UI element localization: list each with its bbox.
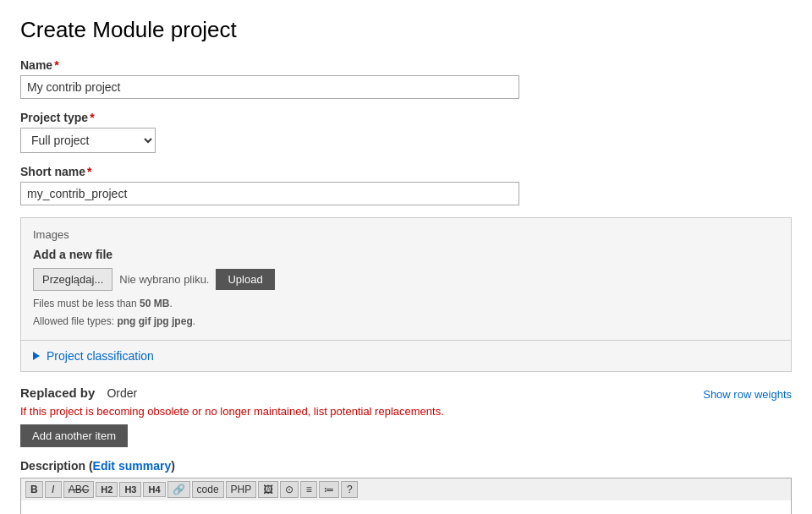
- short-name-label: Short name*: [20, 165, 792, 178]
- file-size-hint: Files must be less than 50 MB.: [33, 296, 779, 312]
- project-classification-label: Project classification: [47, 349, 154, 363]
- toolbar-code-button[interactable]: code: [192, 481, 224, 498]
- description-label: Description (Edit summary): [20, 459, 792, 473]
- toolbar-help-button[interactable]: ?: [341, 481, 358, 498]
- toolbar-bold-button[interactable]: B: [25, 481, 43, 498]
- toolbar-image-button[interactable]: 🖼: [258, 481, 278, 498]
- description-toolbar: B I ABC H2 H3 H4 🔗 code PHP 🖼 ⊙ ≡ ≔ ?: [20, 478, 792, 500]
- toolbar-php-button[interactable]: PHP: [226, 481, 257, 498]
- order-label: Order: [107, 386, 137, 400]
- add-another-item-button[interactable]: Add another item: [20, 424, 128, 447]
- toolbar-h4-button[interactable]: H4: [143, 482, 165, 497]
- toolbar-strikethrough-button[interactable]: ABC: [63, 481, 95, 498]
- replaced-by-header: Replaced by Order: [20, 386, 137, 400]
- page-title: Create Module project: [20, 17, 792, 43]
- short-name-field-group: Short name*: [20, 165, 792, 205]
- browse-button[interactable]: Przeglądaj...: [33, 268, 112, 291]
- no-file-chosen-text: Nie wybrano pliku.: [119, 273, 209, 286]
- toolbar-ol-button[interactable]: ≔: [319, 481, 339, 498]
- name-input[interactable]: [20, 75, 519, 99]
- short-name-input[interactable]: [20, 182, 519, 205]
- project-classification-section: Project classification: [20, 341, 792, 372]
- project-type-row: Full project Sandbox project: [20, 128, 792, 153]
- replaced-by-heading: Replaced by: [20, 386, 95, 400]
- toolbar-italic-button[interactable]: I: [45, 481, 62, 498]
- name-field-group: Name*: [20, 58, 792, 99]
- project-type-field-group: Project type* Full project Sandbox proje…: [20, 111, 792, 153]
- replaced-by-top-row: Replaced by Order Show row weights: [20, 386, 792, 403]
- toolbar-teaser-button[interactable]: ⊙: [280, 481, 299, 498]
- project-type-required: *: [90, 111, 94, 124]
- expand-triangle-icon: [33, 352, 40, 360]
- name-label: Name*: [20, 58, 792, 72]
- toolbar-h3-button[interactable]: H3: [119, 482, 141, 497]
- project-classification-toggle[interactable]: Project classification: [33, 349, 779, 363]
- images-title: Images: [33, 228, 779, 241]
- toolbar-h2-button[interactable]: H2: [96, 482, 118, 497]
- show-row-weights-link[interactable]: Show row weights: [703, 388, 792, 401]
- toolbar-ul-button[interactable]: ≡: [300, 481, 317, 498]
- description-section: Description (Edit summary) B I ABC H2 H3…: [20, 459, 792, 514]
- toolbar-link-button[interactable]: 🔗: [167, 481, 190, 498]
- replaced-by-section: Replaced by Order Show row weights If th…: [20, 386, 792, 447]
- edit-summary-link[interactable]: Edit summary: [93, 459, 172, 473]
- name-required: *: [54, 58, 58, 72]
- project-type-select[interactable]: Full project Sandbox project: [20, 128, 156, 153]
- add-file-label: Add a new file: [33, 248, 779, 261]
- description-textarea[interactable]: [20, 500, 792, 514]
- images-section: Images Add a new file Przeglądaj... Nie …: [20, 217, 792, 341]
- replaced-by-description: If this project is becoming obsolete or …: [20, 405, 792, 418]
- file-types-hint: Allowed file types: png gif jpg jpeg.: [33, 314, 779, 330]
- project-type-label: Project type*: [20, 111, 792, 124]
- upload-button[interactable]: Upload: [216, 269, 274, 290]
- file-upload-row: Przeglądaj... Nie wybrano pliku. Upload: [33, 268, 779, 291]
- short-name-required: *: [87, 165, 91, 178]
